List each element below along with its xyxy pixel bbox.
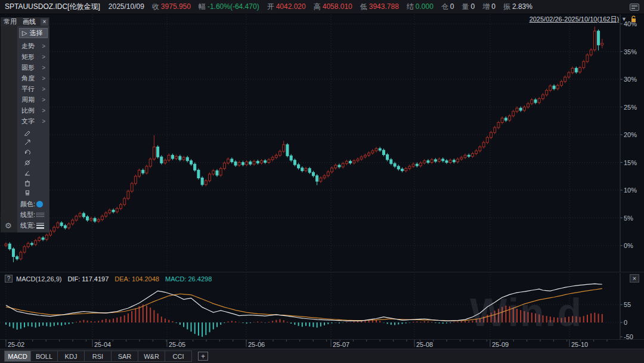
- pencil-icon[interactable]: [20, 127, 35, 137]
- macd-axis-label: -50: [624, 333, 633, 340]
- quote-field-0: 2025/10/09: [109, 2, 144, 11]
- y-axis-label: 15%: [624, 159, 637, 166]
- candle: [20, 252, 22, 259]
- candle: [234, 162, 237, 166]
- quote-value: 3943.788: [369, 2, 399, 11]
- candle: [231, 159, 233, 162]
- candle: [597, 31, 600, 45]
- tab-kdj[interactable]: KDJ: [58, 350, 85, 362]
- chevron-right-icon: >: [42, 107, 45, 114]
- candle: [127, 191, 129, 198]
- quote-label: 收: [152, 2, 159, 11]
- angle-icon[interactable]: [20, 167, 35, 178]
- candle: [79, 213, 81, 216]
- quote-value: 0: [471, 2, 475, 11]
- quote-value: 0.000: [416, 2, 434, 11]
- panel-close-button[interactable]: ×: [41, 18, 48, 26]
- candle: [153, 147, 155, 159]
- menu-item-平行[interactable]: 平行>: [19, 83, 48, 94]
- candle: [504, 118, 507, 120]
- candle: [438, 159, 441, 162]
- quote-field-3: 开4042.020: [267, 2, 306, 11]
- x-axis-label: 25-10: [571, 341, 588, 348]
- date-range-label[interactable]: 2025/02/26-2025/10/10(162日): [530, 15, 619, 24]
- brush-icon[interactable]: [20, 188, 35, 198]
- gear-icon[interactable]: ⚙: [5, 221, 12, 230]
- x-axis-label: 25-06: [248, 341, 265, 348]
- date-range-selector[interactable]: 2025/02/26-2025/10/10(162日) ▼: [530, 15, 637, 23]
- chevron-down-icon[interactable]: ▼: [621, 16, 627, 22]
- candle: [271, 157, 274, 160]
- chevron-right-icon: >: [42, 75, 45, 82]
- color-swatch[interactable]: [36, 201, 43, 207]
- candle: [8, 244, 11, 249]
- tab-cci[interactable]: CCI: [165, 350, 192, 362]
- tab-wr[interactable]: W&R: [138, 350, 165, 362]
- candle: [290, 156, 292, 160]
- quote-field-2: 幅-1.60%(-64.470): [199, 2, 259, 11]
- select-tool-button[interactable]: ▷ 选择: [19, 28, 48, 38]
- line-width-property[interactable]: 线宽:: [19, 221, 48, 231]
- candle: [101, 216, 103, 220]
- candle: [182, 157, 185, 160]
- tab-boll[interactable]: BOLL: [31, 350, 58, 362]
- line-style-icon: [36, 213, 44, 217]
- candle: [279, 151, 281, 156]
- candle: [386, 154, 389, 159]
- candle: [186, 157, 188, 161]
- candle: [223, 163, 225, 168]
- y-axis-label: 0%: [624, 242, 633, 249]
- line-style-property[interactable]: 线型:: [19, 210, 48, 220]
- tab-changyong[interactable]: 常用: [1, 17, 20, 26]
- quote-value: 3975.950: [161, 2, 191, 11]
- x-axis-label: 25-02: [8, 341, 24, 348]
- menu-item-矩形[interactable]: 矩形>: [19, 51, 48, 62]
- candle: [68, 224, 70, 228]
- select-tool-icon: ▷: [22, 29, 27, 37]
- menu-item-圆形[interactable]: 圆形>: [19, 62, 48, 73]
- candle: [219, 169, 222, 175]
- candle: [168, 155, 170, 160]
- candle: [286, 145, 289, 156]
- candle: [353, 161, 355, 163]
- candle: [249, 162, 252, 165]
- tab-macd[interactable]: MACD: [4, 350, 31, 362]
- candle: [131, 184, 133, 191]
- chevron-right-icon: >: [42, 97, 45, 103]
- color-property[interactable]: 颜色:: [19, 199, 48, 209]
- quote-value: 0: [491, 2, 496, 11]
- candle: [390, 160, 392, 164]
- candle: [305, 169, 307, 171]
- undo-icon[interactable]: [20, 147, 35, 157]
- candle: [349, 162, 352, 163]
- candle: [75, 216, 78, 221]
- indicator-tabs: MACDBOLLKDJRSISARW&RCCI: [4, 350, 192, 362]
- candle: [60, 223, 63, 226]
- keyboard-icon[interactable]: [630, 4, 639, 11]
- candle: [405, 169, 407, 171]
- eye-off-icon[interactable]: [20, 157, 35, 167]
- help-icon[interactable]: ?: [5, 275, 13, 283]
- candle: [116, 209, 118, 212]
- trash-icon[interactable]: [20, 178, 35, 188]
- tab-huaxian[interactable]: 画线: [20, 17, 39, 26]
- quote-value: 2.83%: [512, 2, 532, 11]
- macd-close-button[interactable]: ×: [630, 274, 639, 283]
- tab-sar[interactable]: SAR: [112, 350, 138, 362]
- menu-item-走势[interactable]: 走势>: [19, 41, 48, 51]
- price-chart[interactable]: 0%5%10%15%20%25%30%35%40%: [0, 14, 644, 272]
- arrow-icon[interactable]: [20, 137, 35, 147]
- tab-rsi[interactable]: RSI: [85, 350, 112, 362]
- menu-item-周期[interactable]: 周期>: [19, 94, 48, 105]
- candle: [264, 161, 267, 163]
- candle: [205, 181, 207, 185]
- candle: [464, 155, 466, 157]
- candle: [357, 159, 359, 161]
- menu-item-比例[interactable]: 比例>: [19, 105, 48, 116]
- add-indicator-button[interactable]: +: [198, 352, 208, 361]
- menu-item-角度[interactable]: 角度>: [19, 73, 48, 83]
- menu-item-文字[interactable]: 文字>: [19, 116, 48, 126]
- candle: [82, 213, 85, 217]
- quote-field-7: 仓0: [441, 2, 454, 11]
- candle: [45, 235, 48, 239]
